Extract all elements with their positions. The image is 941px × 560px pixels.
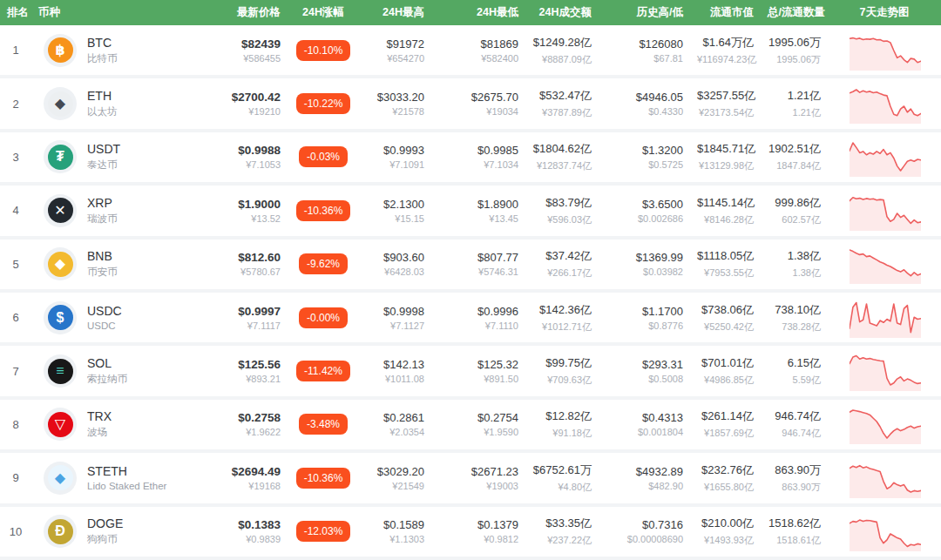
low-usd: $0.9985 xyxy=(438,144,518,157)
high-usd: $903.60 xyxy=(366,251,424,264)
low-cell: $0.9985 ¥7.1034 xyxy=(431,144,525,170)
sparkline-chart xyxy=(850,244,921,284)
coin-cell[interactable]: ≡ SOL 索拉纳币 xyxy=(31,354,218,388)
coin-cell[interactable]: $ USDC USDC xyxy=(31,301,218,334)
market-cap-cell: $1.64万亿 ¥116974.23亿 xyxy=(690,35,761,66)
mcap-usd: $1118.05亿 xyxy=(697,248,754,264)
sparkline-chart xyxy=(850,191,921,231)
sparkline-chart xyxy=(850,351,921,391)
coin-cell[interactable]: ◆ ETH 以太坊 xyxy=(31,87,218,120)
column-header-trend: 7天走势图 xyxy=(828,5,941,20)
ath-atl-cell: $4946.05 $0.4330 xyxy=(599,91,690,117)
coin-cell[interactable]: ◆ BNB 币安币 xyxy=(31,247,218,280)
change-cell: -10.22% xyxy=(288,93,359,114)
high-cny: ¥21578 xyxy=(366,106,424,117)
latest-price-cell: $0.1383 ¥0.9839 xyxy=(218,518,288,544)
table-row[interactable]: 3 ₮ USDT 泰达币 $0.9988 ¥7.1053 -0.03% $0.9… xyxy=(0,132,941,186)
table-row[interactable]: 7 ≡ SOL 索拉纳币 $125.56 ¥893.21 -11.42% $14… xyxy=(0,346,941,399)
column-header-change: 24H涨幅 xyxy=(288,5,359,20)
coin-cell[interactable]: ₮ USDT 泰达币 xyxy=(31,140,218,173)
table-row[interactable]: 5 ◆ BNB 币安币 $812.60 ¥5780.67 -9.62% $903… xyxy=(0,240,941,293)
low-usd: $125.32 xyxy=(438,358,518,371)
price-cny: ¥7.1053 xyxy=(225,159,281,170)
column-header-price: 最新价格 xyxy=(218,5,288,20)
sol-coin-icon: ≡ xyxy=(48,359,73,384)
table-body: 1 ฿ BTC 比特币 $82439 ¥586455 -10.10% $9197… xyxy=(0,25,941,560)
mcap-cny: ¥4986.85亿 xyxy=(697,374,754,387)
market-cap-cell: $232.76亿 ¥1655.80亿 xyxy=(690,462,761,494)
high-cny: ¥7.1127 xyxy=(366,320,424,331)
supply-cell: 863.90万 863.90万 xyxy=(761,462,828,494)
coin-cell[interactable]: ฿ BTC 比特币 xyxy=(31,34,218,67)
column-header-coin: 币种 xyxy=(31,5,218,20)
coin-cell[interactable]: ◆ STETH Lido Staked Ether xyxy=(31,462,218,495)
table-row[interactable]: 9 ◆ STETH Lido Staked Ether $2694.49 ¥19… xyxy=(0,453,941,506)
atl-value: $0.001804 xyxy=(606,427,683,437)
mcap-usd: $3257.55亿 xyxy=(697,88,754,104)
supply-cell: 1902.51亿 1847.84亿 xyxy=(761,141,828,172)
high-cny: ¥21549 xyxy=(366,481,424,491)
latest-price-cell: $1.9000 ¥13.52 xyxy=(218,198,288,224)
trend-cell xyxy=(828,404,941,444)
volume-cell: $1249.28亿 ¥8887.09亿 xyxy=(525,35,599,66)
sparkline-chart xyxy=(850,137,921,177)
ath-atl-cell: $1369.99 $0.03982 xyxy=(599,251,690,277)
column-header-mcap: 流通市值 xyxy=(690,5,761,20)
coin-symbol: TRX xyxy=(87,409,112,423)
volume-cny: ¥8887.09亿 xyxy=(532,53,592,66)
price-usd: $0.9988 xyxy=(225,144,281,157)
table-row[interactable]: 6 $ USDC USDC $0.9997 ¥7.1117 -0.00% $0.… xyxy=(0,293,941,346)
rank-value: 6 xyxy=(0,311,31,324)
high-cell: $0.2861 ¥2.0354 xyxy=(359,411,431,437)
mcap-cny: ¥5250.42亿 xyxy=(697,320,754,334)
coin-symbol: BNB xyxy=(87,249,118,263)
low-cell: $0.1379 ¥0.9812 xyxy=(431,518,525,544)
atl-value: $0.00008690 xyxy=(606,534,683,544)
rank-value: 9 xyxy=(0,471,31,484)
volume-usd: $1249.28亿 xyxy=(532,35,592,51)
price-cny: ¥19210 xyxy=(225,106,281,117)
change-badge: -12.03% xyxy=(296,521,351,542)
atl-value: $0.002686 xyxy=(606,213,683,224)
atl-value: $0.03982 xyxy=(606,267,683,277)
table-row[interactable]: 8 ▽ TRX 波场 $0.2758 ¥1.9622 -3.48% $0.286… xyxy=(0,400,941,453)
column-header-high: 24H最高 xyxy=(359,5,431,20)
table-row[interactable]: 10 Ð DOGE 狗狗币 $0.1383 ¥0.9839 -12.03% $0… xyxy=(0,507,941,560)
high-cell: $0.1589 ¥1.1303 xyxy=(359,518,431,544)
volume-cell: $142.36亿 ¥1012.71亿 xyxy=(525,302,599,334)
volume-cny: ¥1012.71亿 xyxy=(532,320,592,334)
ath-value: $4946.05 xyxy=(606,91,683,104)
ath-value: $293.31 xyxy=(606,358,683,371)
volume-cny: ¥709.63亿 xyxy=(532,374,592,387)
latest-price-cell: $0.9988 ¥7.1053 xyxy=(218,144,288,170)
table-row[interactable]: 2 ◆ ETH 以太坊 $2700.42 ¥19210 -10.22% $303… xyxy=(0,78,941,132)
coin-name: 泰达币 xyxy=(87,159,120,172)
trend-cell xyxy=(828,511,941,551)
table-row[interactable]: 1 ฿ BTC 比特币 $82439 ¥586455 -10.10% $9197… xyxy=(0,25,941,78)
supply-total: 1.21亿 xyxy=(768,88,821,104)
high-cell: $2.1300 ¥15.15 xyxy=(359,198,431,224)
mcap-cny: ¥8146.28亿 xyxy=(697,213,754,226)
price-usd: $0.2758 xyxy=(225,411,281,424)
low-usd: $1.8900 xyxy=(438,198,518,211)
price-usd: $0.9997 xyxy=(225,305,281,318)
high-cny: ¥654270 xyxy=(366,53,424,64)
mcap-cny: ¥116974.23亿 xyxy=(697,53,754,66)
supply-total: 946.74亿 xyxy=(768,408,821,424)
coin-icon-halo: ฿ xyxy=(44,34,77,67)
mcap-cny: ¥1493.93亿 xyxy=(697,534,754,547)
latest-price-cell: $82439 ¥586455 xyxy=(218,37,288,64)
ath-atl-cell: $126080 $67.81 xyxy=(599,37,690,64)
supply-circulating: 863.90万 xyxy=(768,481,821,494)
supply-cell: 1518.62亿 1518.61亿 xyxy=(761,516,828,547)
coin-cell[interactable]: Ð DOGE 狗狗币 xyxy=(31,515,218,548)
coin-name: USDC xyxy=(87,320,122,331)
usdc-coin-icon: $ xyxy=(48,305,73,330)
coin-cell[interactable]: ✕ XRP 瑞波币 xyxy=(31,194,218,227)
volume-cny: ¥3787.89亿 xyxy=(532,106,592,119)
low-usd: $2675.70 xyxy=(438,91,518,104)
crypto-market-table: 排名 币种 最新价格 24H涨幅 24H最高 24H最低 24H成交额 历史高/… xyxy=(0,0,941,560)
atl-value: $0.5008 xyxy=(606,374,683,384)
coin-cell[interactable]: ▽ TRX 波场 xyxy=(31,408,218,441)
table-row[interactable]: 4 ✕ XRP 瑞波币 $1.9000 ¥13.52 -10.36% $2.13… xyxy=(0,186,941,239)
